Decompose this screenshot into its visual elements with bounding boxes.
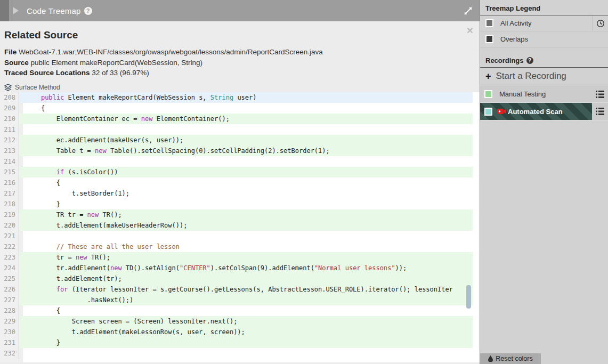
source-metadata: File WebGoat-7.1.war;WEB-INF/classes/org…	[4, 47, 475, 78]
manual-testing-color-swatch[interactable]	[484, 90, 492, 98]
all-activity-label: All Activity	[500, 19, 532, 27]
recordings-help-icon[interactable]: ?	[526, 57, 533, 64]
line-number: 212	[0, 135, 19, 145]
automated-scan-label: Automated Scan	[508, 108, 563, 116]
line-number: 220	[0, 220, 19, 231]
code-line: 220 t.addElement(makeUserHeaderRow());	[0, 220, 473, 231]
legend-row-all-activity[interactable]: All Activity	[480, 15, 608, 31]
recording-camera-icon	[497, 108, 507, 115]
automated-scan-color-swatch[interactable]	[484, 108, 492, 116]
source-line: Source public Element makeReportCard(Web…	[4, 58, 475, 68]
code-line: 210 ElementContainer ec = new ElementCon…	[0, 114, 473, 124]
line-number: 219	[0, 209, 19, 220]
code-text: ElementContainer ec = new ElementContain…	[19, 114, 473, 124]
source-value: public Element makeReportCard(WebSession…	[31, 59, 202, 67]
line-number: 218	[0, 199, 19, 209]
line-number: 226	[0, 284, 19, 295]
vertical-scrollbar[interactable]	[466, 285, 471, 309]
all-activity-color-swatch[interactable]	[485, 19, 493, 27]
code-line: 221	[0, 231, 473, 241]
line-number: 215	[0, 167, 19, 177]
code-line: 211	[0, 124, 473, 135]
code-text: tr.addElement(new TD().setAlign("CENTER"…	[19, 263, 473, 273]
droplet-icon	[488, 355, 493, 362]
close-icon[interactable]: ×	[467, 26, 473, 35]
code-lines: 208 public Element makeReportCard(WebSes…	[0, 92, 480, 359]
line-number: 222	[0, 241, 19, 252]
code-text	[19, 231, 473, 241]
code-text: t.addElement(tr);	[19, 273, 473, 284]
code-line: 213 Table t = new Table().setCellSpacing…	[0, 145, 473, 156]
line-number: 217	[0, 188, 19, 199]
code-text: tr = new TR();	[19, 252, 473, 263]
code-line: 212 ec.addElement(makeUser(s, user));	[0, 135, 473, 145]
code-line: 224 tr.addElement(new TD().setAlign("CEN…	[0, 263, 473, 273]
manual-testing-label: Manual Testing	[499, 90, 546, 98]
surface-method-tag: Surface Method	[4, 84, 475, 91]
source-code-viewer: 208 public Element makeReportCard(WebSes…	[0, 92, 480, 362]
manual-testing-menu-button[interactable]	[592, 86, 608, 102]
line-number: 223	[0, 252, 19, 263]
code-line: 208 public Element makeReportCard(WebSes…	[0, 92, 473, 103]
treemap-sidebar: Treemap Legend All Activity Overlaps Rec…	[480, 0, 608, 364]
automated-scan-menu-button[interactable]	[592, 103, 608, 120]
traced-line: Traced Source Locations 32 of 33 (96.97%…	[4, 68, 475, 78]
line-number: 227	[0, 295, 19, 305]
traced-label: Traced Source Locations	[4, 69, 90, 77]
code-text: ec.addElement(makeUser(s, user));	[19, 135, 473, 145]
code-text: // These are all the user lesson	[19, 241, 473, 252]
code-text: public Element makeReportCard(WebSession…	[19, 92, 473, 103]
code-text: {	[19, 177, 473, 188]
titlebar-left-edge	[0, 0, 9, 21]
code-line: 229 Screen screen = (Screen) lessonIter.…	[0, 316, 473, 327]
code-line: 232	[0, 348, 473, 359]
code-text: }	[19, 337, 473, 348]
code-line: 231 }	[0, 337, 473, 348]
code-text: for (Iterator lessonIter = s.getCourse()…	[19, 284, 473, 295]
line-number: 230	[0, 327, 19, 337]
code-text: Screen screen = (Screen) lessonIter.next…	[19, 316, 473, 327]
code-text: TR tr = new TR();	[19, 209, 473, 220]
reset-colors-button[interactable]: Reset colors	[480, 353, 541, 364]
code-line: 223 tr = new TR();	[0, 252, 473, 263]
list-menu-icon	[596, 108, 604, 115]
surface-method-label: Surface Method	[15, 84, 60, 91]
code-text: t.setBorder(1);	[19, 188, 473, 199]
code-text: {	[19, 305, 473, 316]
code-text: t.addElement(makeLessonRow(s, user, scre…	[19, 327, 473, 337]
legend-row-overlaps[interactable]: Overlaps	[480, 31, 608, 47]
line-number: 213	[0, 145, 19, 156]
treemap-titlebar: Code Treemap ?	[0, 0, 480, 21]
layers-icon	[4, 84, 12, 91]
code-line: 216 {	[0, 177, 473, 188]
activity-time-button[interactable]	[592, 15, 608, 31]
collapse-arrow-icon[interactable]	[13, 7, 19, 14]
expand-icon[interactable]	[464, 6, 473, 15]
code-text: t.addElement(makeUserHeaderRow());	[19, 220, 473, 231]
file-label: File	[4, 48, 17, 56]
code-line: 226 for (Iterator lessonIter = s.getCour…	[0, 284, 473, 295]
code-text: if (s.isColor())	[19, 167, 473, 177]
code-line: 217 t.setBorder(1);	[0, 188, 473, 199]
line-number: 224	[0, 263, 19, 273]
code-line: 225 t.addElement(tr);	[0, 273, 473, 284]
recording-row-manual-testing[interactable]: Manual Testing	[480, 86, 608, 103]
code-text: {	[19, 103, 473, 114]
code-text: Table t = new Table().setCellSpacing(0).…	[19, 145, 473, 156]
manual-testing-main[interactable]: Manual Testing	[480, 86, 592, 102]
overlaps-color-swatch[interactable]	[485, 35, 493, 43]
code-text	[19, 348, 473, 359]
recordings-header: Recordings ?	[480, 52, 608, 68]
clock-icon	[596, 19, 605, 28]
file-line: File WebGoat-7.1.war;WEB-INF/classes/org…	[4, 47, 475, 58]
line-number: 231	[0, 337, 19, 348]
start-recording-button[interactable]: + Start a Recording	[480, 68, 608, 85]
treemap-help-icon[interactable]: ?	[84, 7, 92, 15]
line-number: 216	[0, 177, 19, 188]
code-line: 215 if (s.isColor())	[0, 167, 473, 177]
treemap-title: Code Treemap	[27, 6, 81, 15]
code-text: }	[19, 199, 473, 209]
reset-colors-label: Reset colors	[496, 355, 532, 362]
automated-scan-main[interactable]: Automated Scan	[480, 103, 592, 120]
recording-row-automated-scan[interactable]: Automated Scan	[480, 103, 608, 120]
